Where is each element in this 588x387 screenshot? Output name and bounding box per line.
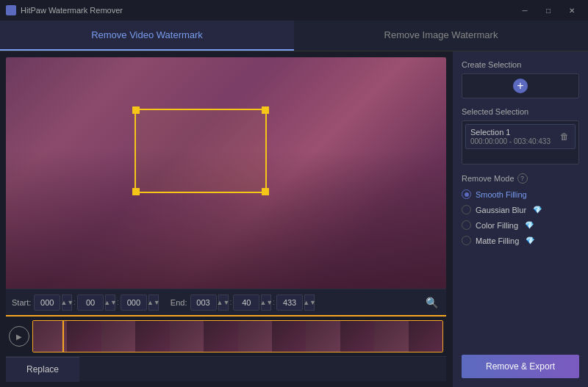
start-seconds-input[interactable] — [121, 294, 147, 311]
titlebar: HitPaw Watermark Remover ─ □ ✕ — [0, 0, 588, 21]
end-minutes-spin[interactable]: ▲▼ — [261, 294, 271, 311]
radio-color-filling[interactable]: Color Filling 💎 — [462, 220, 579, 230]
right-panel: Create Selection + Selected Selection Se… — [452, 51, 588, 387]
radio-inner-smooth — [465, 192, 469, 197]
gaussian-blur-label: Gaussian Blur — [476, 206, 526, 214]
color-filling-label: Color Filling — [476, 221, 518, 230]
filmstrip-frame — [306, 321, 340, 352]
end-seconds-spin[interactable]: ▲▼ — [304, 294, 315, 311]
premium-icon-matte: 💎 — [526, 236, 534, 245]
selected-selection-title: Selected Selection — [462, 107, 579, 116]
radio-outer-gaussian — [462, 205, 471, 214]
filmstrip-frame — [340, 321, 374, 352]
selection-box[interactable] — [135, 109, 267, 193]
filmstrip-frame — [170, 321, 204, 352]
help-icon[interactable]: ? — [517, 173, 528, 184]
radio-smooth-filling[interactable]: Smooth Filling — [462, 189, 579, 199]
app-icon — [6, 5, 16, 15]
start-label: Start: — [12, 298, 31, 307]
export-button[interactable]: Remove & Export — [462, 355, 579, 378]
video-background — [6, 57, 446, 289]
close-button[interactable]: ✕ — [562, 3, 582, 18]
filmstrip-frame — [238, 321, 272, 352]
filmstrip-frame — [135, 321, 169, 352]
radio-gaussian-blur[interactable]: Gaussian Blur 💎 — [462, 205, 579, 214]
selection-item-1[interactable]: Selection 1 000:00:000 - 003:40:433 🗑 — [465, 124, 576, 149]
app-title: HitPaw Watermark Remover — [21, 6, 123, 15]
tabbar: Remove Video Watermark Remove Image Wate… — [0, 21, 588, 51]
smooth-filling-label: Smooth Filling — [476, 190, 527, 199]
titlebar-left: HitPaw Watermark Remover — [6, 5, 123, 15]
start-seconds-spin[interactable]: ▲▼ — [148, 294, 159, 311]
video-preview — [6, 57, 446, 289]
remove-mode-title: Remove Mode ? — [462, 173, 579, 184]
handle-top-right[interactable] — [262, 106, 269, 114]
create-selection-area[interactable]: + — [462, 73, 579, 98]
delete-selection-button[interactable]: 🗑 — [559, 130, 570, 143]
titlebar-controls: ─ □ ✕ — [514, 3, 582, 18]
restore-button[interactable]: □ — [538, 3, 559, 18]
search-icon: 🔍 — [426, 297, 438, 308]
filmstrip-frame — [409, 321, 442, 352]
end-label: End: — [171, 298, 187, 307]
start-time-group: ▲▼ : ▲▼ : ▲▼ — [34, 294, 159, 311]
play-icon: ▶ — [16, 333, 22, 341]
filmstrip[interactable] — [32, 320, 443, 352]
handle-bottom-left[interactable] — [132, 188, 140, 195]
radio-matte-filling[interactable]: Matte Filling 💎 — [462, 236, 579, 245]
bottom-bar: Replace — [6, 356, 446, 381]
handle-top-left[interactable] — [132, 106, 140, 114]
end-seconds-input[interactable] — [276, 294, 303, 311]
end-minutes-input[interactable] — [233, 294, 259, 311]
video-area: Start: ▲▼ : ▲▼ : ▲▼ End: ▲▼ : ▲▼ : ▲▼ — [0, 51, 452, 387]
export-area: Remove & Export — [462, 349, 579, 378]
handle-bottom-right[interactable] — [262, 188, 269, 195]
matte-filling-label: Matte Filling — [476, 236, 519, 245]
filmstrip-frame — [374, 321, 408, 352]
create-selection-title: Create Selection — [462, 60, 579, 69]
selection-item-info: Selection 1 000:00:000 - 003:40:433 — [470, 128, 551, 145]
filmstrip-frame — [204, 321, 237, 352]
start-minutes-input[interactable] — [77, 294, 104, 311]
replace-button[interactable]: Replace — [6, 357, 79, 382]
selection-time: 000:00:000 - 003:40:433 — [470, 137, 551, 145]
start-hours-spin[interactable]: ▲▼ — [62, 294, 72, 311]
play-button[interactable]: ▶ — [9, 326, 29, 347]
filmstrip-frame — [272, 321, 306, 352]
selection-list: Selection 1 000:00:000 - 003:40:433 🗑 — [462, 120, 579, 164]
main-content: Start: ▲▼ : ▲▼ : ▲▼ End: ▲▼ : ▲▼ : ▲▼ — [0, 51, 588, 387]
end-hours-input[interactable] — [190, 294, 217, 311]
start-hours-input[interactable] — [34, 294, 60, 311]
premium-icon-gaussian: 💎 — [533, 206, 542, 214]
end-time-group: ▲▼ : ▲▼ : ▲▼ — [190, 294, 315, 311]
radio-outer-matte — [462, 236, 471, 245]
filmstrip-frames — [33, 321, 442, 352]
playhead[interactable] — [62, 321, 64, 352]
tab-remove-video[interactable]: Remove Video Watermark — [0, 21, 294, 51]
selection-name: Selection 1 — [470, 128, 551, 137]
timeline-strip: ▶ — [6, 315, 446, 356]
tab-remove-image[interactable]: Remove Image Watermark — [294, 21, 588, 51]
premium-icon-color: 💎 — [525, 221, 534, 229]
radio-outer-color — [462, 220, 471, 230]
add-selection-icon: + — [513, 79, 528, 93]
minimize-button[interactable]: ─ — [514, 3, 535, 18]
timeline-controls: Start: ▲▼ : ▲▼ : ▲▼ End: ▲▼ : ▲▼ : ▲▼ — [6, 289, 446, 315]
delete-icon: 🗑 — [560, 131, 569, 142]
end-hours-spin[interactable]: ▲▼ — [218, 294, 229, 311]
radio-outer-smooth — [462, 189, 471, 199]
start-minutes-spin[interactable]: ▲▼ — [105, 294, 115, 311]
filmstrip-frame — [101, 321, 135, 352]
filmstrip-frame — [67, 321, 101, 352]
radio-group: Smooth Filling Gaussian Blur 💎 Color Fil… — [462, 189, 579, 245]
search-button[interactable]: 🔍 — [423, 294, 440, 311]
